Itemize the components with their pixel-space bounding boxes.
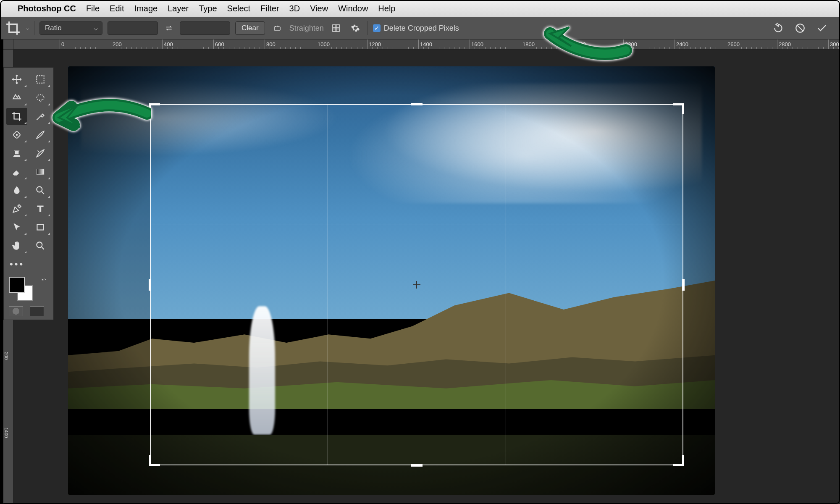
menu-layer[interactable]: Layer [168, 4, 189, 13]
checkbox-checked-icon: ✓ [373, 24, 381, 32]
separator [368, 21, 368, 35]
menu-3d[interactable]: 3D [289, 4, 300, 13]
screen-mode-icon[interactable] [30, 306, 44, 316]
crop-settings-gear-icon[interactable] [348, 21, 362, 35]
menu-image[interactable]: Image [134, 4, 158, 13]
crop-handle-bl[interactable] [149, 455, 151, 466]
menu-view[interactable]: View [310, 4, 328, 13]
straighten-icon[interactable] [270, 21, 284, 35]
clone-stamp-tool[interactable] [6, 145, 27, 162]
crop-handle-right[interactable] [682, 279, 685, 291]
zoom-tool[interactable] [30, 237, 51, 254]
crop-handle-left[interactable] [149, 279, 151, 291]
swap-colors-icon[interactable]: ⤺ [42, 276, 47, 283]
aspect-ratio-label: Ratio [45, 24, 62, 32]
menu-window[interactable]: Window [338, 4, 368, 13]
document-image[interactable] [68, 66, 715, 495]
crop-marquee[interactable] [150, 104, 683, 465]
reset-crop-icon[interactable] [771, 21, 785, 35]
svg-point-10 [37, 242, 42, 247]
pen-tool[interactable] [6, 200, 27, 217]
swap-dimensions-icon[interactable] [163, 22, 175, 34]
menu-help[interactable]: Help [378, 4, 395, 13]
history-brush-tool[interactable] [30, 145, 51, 162]
crop-handle-tr[interactable] [682, 103, 684, 114]
crop-handle-top[interactable] [411, 103, 423, 105]
crop-height-input[interactable] [180, 21, 230, 35]
annotation-arrow-crop-tool [42, 94, 151, 142]
edit-toolbar-icon[interactable]: ••• [6, 256, 51, 273]
straighten-label[interactable]: Straighten [289, 24, 324, 33]
color-swatches[interactable]: ⤺ [6, 275, 51, 303]
menu-type[interactable]: Type [199, 4, 217, 13]
spot-healing-tool[interactable] [6, 126, 27, 143]
crop-grid-line [150, 345, 683, 345]
rectangular-marquee-tool[interactable] [30, 71, 51, 88]
gradient-tool[interactable] [30, 163, 51, 180]
hand-tool[interactable] [6, 237, 27, 254]
clear-button[interactable]: Clear [235, 21, 265, 35]
app-name-menu[interactable]: Photoshop CC [18, 4, 76, 13]
crop-center-icon [413, 281, 420, 289]
svg-rect-1 [333, 25, 339, 32]
menu-select[interactable]: Select [227, 4, 251, 13]
type-tool[interactable] [30, 200, 51, 217]
crop-tool-indicator-icon[interactable] [5, 20, 21, 36]
tool-preset-chevron-icon[interactable]: ⌵ [26, 25, 29, 31]
ruler-origin[interactable] [3, 39, 13, 50]
foreground-color-swatch[interactable] [9, 277, 25, 293]
move-tool[interactable] [6, 71, 27, 88]
overlay-grid-icon[interactable] [329, 21, 343, 35]
menu-filter[interactable]: Filter [260, 4, 279, 13]
delete-cropped-pixels-label: Delete Cropped Pixels [384, 24, 459, 33]
lasso-tool[interactable] [6, 89, 27, 106]
svg-point-6 [16, 134, 18, 136]
crop-tool[interactable] [6, 108, 27, 125]
crop-width-input[interactable] [108, 21, 158, 35]
svg-point-8 [37, 186, 42, 192]
rectangle-shape-tool[interactable] [30, 219, 51, 236]
svg-rect-3 [37, 76, 44, 83]
eraser-tool[interactable] [6, 163, 27, 180]
blur-tool[interactable] [6, 182, 27, 199]
crop-grid-line [328, 104, 328, 465]
crop-handle-br[interactable] [682, 455, 684, 466]
crop-handle-bottom[interactable] [411, 464, 423, 467]
cancel-crop-icon[interactable] [793, 21, 807, 35]
macos-menu-bar: Photoshop CC File Edit Image Layer Type … [0, 0, 840, 17]
separator [34, 21, 34, 35]
annotation-arrow-delete-cropped [542, 17, 634, 65]
svg-rect-9 [37, 225, 43, 230]
svg-rect-0 [274, 27, 280, 30]
menu-file[interactable]: File [86, 4, 100, 13]
menu-edit[interactable]: Edit [110, 4, 124, 13]
crop-grid-line [506, 104, 506, 465]
svg-rect-7 [37, 169, 44, 175]
crop-grid-line [150, 225, 683, 225]
dodge-tool[interactable] [30, 182, 51, 199]
commit-crop-icon[interactable] [815, 21, 829, 35]
quickmask-mode-icon[interactable] [9, 306, 23, 316]
aspect-ratio-select[interactable]: Ratio [39, 21, 102, 35]
delete-cropped-pixels-checkbox[interactable]: ✓ Delete Cropped Pixels [373, 24, 459, 33]
horizontal-ruler[interactable]: 0200400600800100012001400160018002000220… [13, 39, 840, 50]
clear-button-label: Clear [242, 24, 259, 32]
options-bar: ⌵ Ratio Clear Straighten ✓ Delete Croppe… [0, 17, 840, 39]
path-selection-tool[interactable] [6, 219, 27, 236]
